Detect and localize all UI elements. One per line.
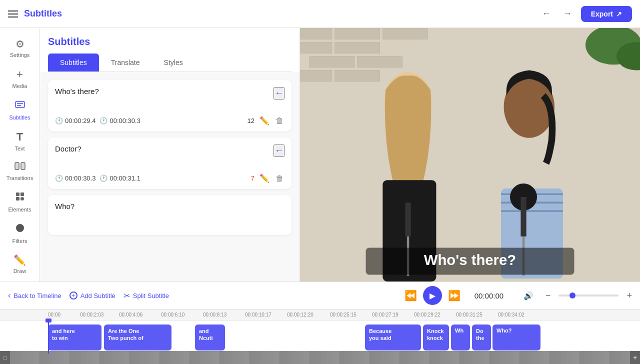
panel-tabs: Subtitles Translate Styles — [48, 54, 292, 72]
char-count-area-2: 7 ✏️ 🗑 — [251, 172, 284, 184]
panel-title: Subtitles — [48, 36, 292, 48]
tab-translate[interactable]: Translate — [99, 54, 152, 72]
start-time-1: 🕐 00:00:29.4 — [55, 117, 96, 124]
menu-button[interactable] — [8, 10, 18, 18]
time-display: 00:00:00 — [466, 292, 512, 300]
svg-rect-0 — [16, 102, 24, 108]
svg-rect-14 — [300, 42, 332, 54]
timeline-clip-5[interactable]: Knockknock — [423, 324, 449, 350]
timeline-clip-1[interactable]: and hereto win — [48, 324, 102, 350]
tab-styles[interactable]: Styles — [152, 54, 195, 72]
end-time-2: 🕐 00:00:31.1 — [100, 174, 140, 182]
redo-button[interactable]: → — [560, 6, 575, 22]
rewind-button[interactable]: ⏪ — [404, 290, 417, 302]
zoom-slider[interactable] — [558, 294, 618, 296]
sidebar-item-filters[interactable]: Filters — [3, 218, 37, 248]
topbar: Subtitles ← → Export ↗ — [0, 0, 640, 28]
subtitle-text-3[interactable]: Who? — [55, 202, 284, 214]
ruler-label-7: 00:00:25:15 — [330, 312, 356, 318]
sidebar-label-elements: Elements — [8, 206, 32, 212]
filmstrip-left-control[interactable]: □ — [0, 351, 10, 364]
bottom-bar: ‹ Back to Timeline + Add Subtitle ✂ Spli… — [0, 282, 640, 364]
sidebar-item-draw[interactable]: ✏️ Draw — [3, 250, 37, 278]
back-to-timeline-button[interactable]: ‹ Back to Timeline — [8, 291, 62, 300]
timeline-clip-2[interactable]: Are the OneTwo punch of — [104, 324, 172, 350]
char-count-area-1: 12 ✏️ 🗑 — [248, 115, 284, 126]
settings-icon: ⚙ — [16, 38, 24, 50]
svg-rect-15 — [335, 42, 380, 54]
svg-rect-6 — [20, 192, 24, 196]
play-button[interactable]: ▶ — [423, 286, 442, 305]
subtitle-card-2: Doctor? ← 🕐 00:00:30.3 🕐 00:00:31.1 7 ✏️… — [48, 138, 292, 189]
timeline-clip-7[interactable]: Dothe — [472, 324, 491, 350]
split-icon: ✂ — [124, 291, 130, 300]
ruler-label-10: 00:00:31:25 — [456, 312, 482, 318]
sidebar-item-subtitles[interactable]: Subtitles — [3, 95, 37, 124]
subtitle-back-2[interactable]: ← — [274, 144, 284, 157]
fast-forward-button[interactable]: ⏩ — [448, 290, 460, 302]
topbar-right: ← → Export ↗ — [539, 6, 632, 22]
panel-header: Subtitles Subtitles Translate Styles — [40, 28, 300, 72]
ruler-label-8: 00:00:27:19 — [372, 312, 398, 318]
playhead[interactable] — [48, 320, 49, 354]
export-button[interactable]: Export ↗ — [581, 6, 632, 22]
zoom-out-button[interactable]: − — [546, 290, 551, 301]
ruler-label-9: 00:00:29:22 — [414, 312, 440, 318]
subtitle-text-2[interactable]: Doctor? — [55, 144, 284, 156]
clip-label-1: and hereto win — [52, 328, 98, 342]
zoom-in-button[interactable]: + — [626, 290, 632, 301]
subtitles-panel: Subtitles Subtitles Translate Styles Who… — [40, 28, 300, 282]
sidebar-label-settings: Settings — [10, 52, 30, 58]
timeline-clip-6[interactable]: Wh — [451, 324, 470, 350]
sidebar-item-transitions[interactable]: Transitions — [3, 158, 37, 185]
svg-rect-11 — [300, 28, 332, 40]
delete-icon-1[interactable]: 🗑 — [274, 116, 284, 126]
tab-subtitles[interactable]: Subtitles — [48, 54, 99, 72]
sidebar-item-elements[interactable]: Elements — [3, 187, 37, 216]
svg-text:Who's there?: Who's there? — [424, 252, 516, 268]
svg-rect-7 — [16, 197, 20, 200]
subtitle-list: Who's there? ← 🕐 00:00:29.4 🕐 00:00:30.3… — [40, 72, 300, 282]
clip-label-8: Who? — [496, 328, 536, 334]
filmstrip-right-icon: + — [633, 354, 637, 362]
timeline-clip-8[interactable]: Who? — [492, 324, 540, 350]
filters-icon — [14, 222, 26, 236]
sidebar: ⚙ Settings + Media Subtitles T Text Tran… — [0, 28, 40, 282]
sidebar-item-settings[interactable]: ⚙ Settings — [3, 34, 37, 62]
main-area: ⚙ Settings + Media Subtitles T Text Tran… — [0, 28, 640, 282]
draw-icon: ✏️ — [14, 254, 26, 266]
add-subtitle-button[interactable]: + Add Subtitle — [70, 292, 116, 300]
subtitle-card-3: Who? — [48, 195, 292, 235]
delete-icon-2[interactable]: 🗑 — [274, 173, 284, 184]
filmstrip-right-control[interactable]: + — [630, 351, 640, 364]
svg-rect-12 — [335, 28, 380, 40]
clip-label-2: Are the OneTwo punch of — [108, 328, 168, 342]
svg-rect-16 — [310, 56, 354, 68]
svg-point-9 — [16, 224, 24, 232]
timeline-clip-4[interactable]: Becauseyou said — [365, 324, 421, 350]
char-num-2: 7 — [251, 174, 254, 182]
ruler-label-0: 00:00 — [48, 312, 60, 318]
clip-label-7: Dothe — [476, 328, 487, 342]
ruler-label-5: 00:00:10:17 — [245, 312, 272, 318]
svg-rect-13 — [382, 28, 428, 40]
svg-point-8 — [20, 197, 24, 200]
subtitle-card-1: Who's there? ← 🕐 00:00:29.4 🕐 00:00:30.3… — [48, 80, 292, 132]
subtitle-back-1[interactable]: ← — [274, 87, 284, 100]
svg-rect-18 — [300, 70, 332, 82]
video-preview: Who's there? — [300, 28, 640, 282]
char-num-1: 12 — [248, 117, 254, 124]
edit-icon-2[interactable]: ✏️ — [258, 172, 270, 184]
undo-button[interactable]: ← — [539, 6, 554, 22]
sidebar-item-media[interactable]: + Media — [3, 64, 37, 93]
sidebar-item-text[interactable]: T Text — [3, 126, 37, 156]
playback-controls: ‹ Back to Timeline + Add Subtitle ✂ Spli… — [0, 282, 640, 309]
ruler-label-2: 00:00:4:06 — [119, 312, 142, 318]
clock-icon-end: 🕐 — [100, 117, 108, 124]
edit-icon-1[interactable]: ✏️ — [258, 115, 270, 126]
timeline-clip-3[interactable]: andNcuti — [195, 324, 225, 350]
sidebar-label-transitions: Transitions — [6, 175, 33, 181]
media-icon: + — [16, 68, 23, 81]
subtitle-text-1[interactable]: Who's there? — [55, 87, 284, 99]
split-subtitle-button[interactable]: ✂ Split Subtitle — [124, 291, 169, 300]
